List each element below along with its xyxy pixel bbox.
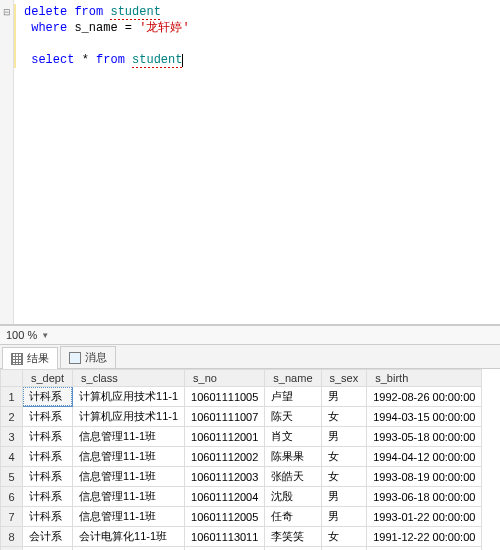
cell[interactable]: 计科系 [23, 467, 73, 487]
row-number[interactable]: 3 [1, 427, 23, 447]
cell[interactable]: 10601111005 [185, 387, 265, 407]
cell[interactable]: 1993-01-22 00:00:00 [367, 507, 482, 527]
table-row[interactable]: 2计科系计算机应用技术11-110601111007陈天女1994-03-15 … [1, 407, 482, 427]
cell[interactable]: 10601111007 [185, 407, 265, 427]
cell[interactable]: 女 [321, 527, 367, 547]
cell[interactable]: 卢望 [265, 387, 321, 407]
cell[interactable]: 信息管理11-1班 [73, 487, 185, 507]
cell[interactable]: 女 [321, 407, 367, 427]
table-row[interactable]: 6计科系信息管理11-1班10601112004沈殷男1993-06-18 00… [1, 487, 482, 507]
cell[interactable]: 会计系 [23, 527, 73, 547]
row-number[interactable]: 2 [1, 407, 23, 427]
cell[interactable]: 沈殷 [265, 487, 321, 507]
header-row: s_dept s_class s_no s_name s_sex s_birth [1, 370, 482, 387]
code-line[interactable]: delete from student [18, 4, 500, 20]
results-tabs: 结果 消息 [0, 345, 500, 369]
cell[interactable]: 男 [321, 427, 367, 447]
table-row[interactable]: 4计科系信息管理11-1班10601112002陈果果女1994-04-12 0… [1, 447, 482, 467]
cell[interactable]: 男 [321, 387, 367, 407]
row-number[interactable]: 8 [1, 527, 23, 547]
cell[interactable]: 1993-07-16 00:00:00 [367, 547, 482, 551]
cell[interactable]: 会计系 [23, 547, 73, 551]
sql-code-area[interactable]: delete from student where s_name = '龙轩婷'… [14, 0, 500, 324]
cell[interactable]: 1992-08-26 00:00:00 [367, 387, 482, 407]
cell[interactable]: 女 [321, 547, 367, 551]
cell[interactable]: 信息管理11-1班 [73, 467, 185, 487]
row-number[interactable]: 1 [1, 387, 23, 407]
cell[interactable]: 计科系 [23, 447, 73, 467]
cell[interactable]: 信息管理11-1班 [73, 447, 185, 467]
code-line[interactable] [18, 36, 500, 52]
row-number[interactable]: 9 [1, 547, 23, 551]
col-header[interactable]: s_birth [367, 370, 482, 387]
cell[interactable]: 10601112001 [185, 427, 265, 447]
cell[interactable]: 计科系 [23, 507, 73, 527]
table-row[interactable]: 5计科系信息管理11-1班10601112003张皓天女1993-08-19 0… [1, 467, 482, 487]
zoom-bar: 100 % ▼ [0, 325, 500, 345]
cell[interactable]: 张恬 [265, 547, 321, 551]
cell[interactable]: 女 [321, 447, 367, 467]
code-outline-gutter[interactable]: ⊟ [0, 0, 14, 324]
tab-messages-label: 消息 [85, 350, 107, 365]
corner-cell [1, 370, 23, 387]
table-row[interactable]: 8会计系会计电算化11-1班10601113011李笑笑女1991-12-22 … [1, 527, 482, 547]
cell[interactable]: 10601112003 [185, 467, 265, 487]
cell[interactable]: 1991-12-22 00:00:00 [367, 527, 482, 547]
cell[interactable]: 1994-04-12 00:00:00 [367, 447, 482, 467]
table-row[interactable]: 9会计系会计电算化11-1班10601113012张恬女1993-07-16 0… [1, 547, 482, 551]
cell[interactable]: 会计电算化11-1班 [73, 547, 185, 551]
col-header[interactable]: s_dept [23, 370, 73, 387]
tab-results-label: 结果 [27, 351, 49, 366]
cell[interactable]: 男 [321, 507, 367, 527]
cell[interactable]: 会计电算化11-1班 [73, 527, 185, 547]
col-header[interactable]: s_no [185, 370, 265, 387]
col-header[interactable]: s_class [73, 370, 185, 387]
table-row[interactable]: 1计科系计算机应用技术11-110601111005卢望男1992-08-26 … [1, 387, 482, 407]
messages-icon [69, 352, 81, 364]
tab-results[interactable]: 结果 [2, 347, 58, 369]
cell[interactable]: 10601113011 [185, 527, 265, 547]
cell[interactable]: 信息管理11-1班 [73, 427, 185, 447]
cell[interactable]: 计科系 [23, 487, 73, 507]
cell[interactable]: 1993-06-18 00:00:00 [367, 487, 482, 507]
table-row[interactable]: 3计科系信息管理11-1班10601112001肖文男1993-05-18 00… [1, 427, 482, 447]
cell[interactable]: 计科系 [23, 387, 73, 407]
tab-messages[interactable]: 消息 [60, 346, 116, 368]
cell[interactable]: 肖文 [265, 427, 321, 447]
cell[interactable]: 张皓天 [265, 467, 321, 487]
cell[interactable]: 男 [321, 487, 367, 507]
cell[interactable]: 1993-08-19 00:00:00 [367, 467, 482, 487]
results-table[interactable]: s_dept s_class s_no s_name s_sex s_birth… [0, 369, 482, 550]
cell[interactable]: 10601112005 [185, 507, 265, 527]
results-grid-pane[interactable]: s_dept s_class s_no s_name s_sex s_birth… [0, 369, 500, 550]
code-line[interactable]: where s_name = '龙轩婷' [18, 20, 500, 36]
grid-icon [11, 353, 23, 365]
cell[interactable]: 1994-03-15 00:00:00 [367, 407, 482, 427]
col-header[interactable]: s_name [265, 370, 321, 387]
cell[interactable]: 计科系 [23, 407, 73, 427]
cell[interactable]: 计科系 [23, 427, 73, 447]
cell[interactable]: 任奇 [265, 507, 321, 527]
cell[interactable]: 陈天 [265, 407, 321, 427]
code-line[interactable]: select * from student [18, 52, 500, 68]
zoom-dropdown-icon[interactable]: ▼ [41, 331, 49, 340]
cell[interactable]: 10601113012 [185, 547, 265, 551]
cell[interactable]: 女 [321, 467, 367, 487]
cell[interactable]: 计算机应用技术11-1 [73, 407, 185, 427]
cell[interactable]: 1993-05-18 00:00:00 [367, 427, 482, 447]
change-marker [14, 4, 16, 68]
collapse-icon[interactable]: ⊟ [3, 7, 11, 17]
cell[interactable]: 10601112002 [185, 447, 265, 467]
cell[interactable]: 10601112004 [185, 487, 265, 507]
cell[interactable]: 信息管理11-1班 [73, 507, 185, 527]
cell[interactable]: 李笑笑 [265, 527, 321, 547]
row-number[interactable]: 7 [1, 507, 23, 527]
code-lines: delete from student where s_name = '龙轩婷'… [18, 4, 500, 68]
row-number[interactable]: 4 [1, 447, 23, 467]
table-row[interactable]: 7计科系信息管理11-1班10601112005任奇男1993-01-22 00… [1, 507, 482, 527]
row-number[interactable]: 5 [1, 467, 23, 487]
cell[interactable]: 陈果果 [265, 447, 321, 467]
row-number[interactable]: 6 [1, 487, 23, 507]
col-header[interactable]: s_sex [321, 370, 367, 387]
cell[interactable]: 计算机应用技术11-1 [73, 387, 185, 407]
